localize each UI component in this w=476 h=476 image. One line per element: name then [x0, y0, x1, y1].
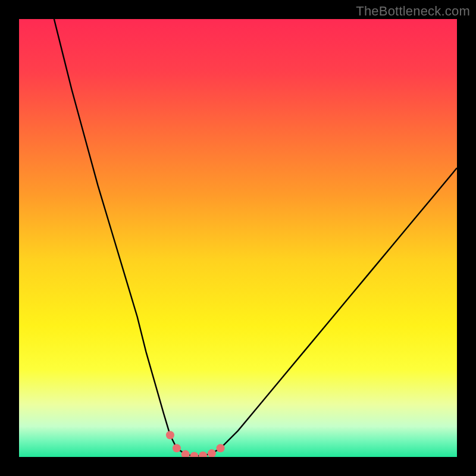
marker-dot: [173, 444, 181, 452]
curve-layer: [19, 19, 457, 457]
marker-dot: [166, 431, 174, 439]
watermark-text: TheBottleneck.com: [356, 4, 470, 19]
marker-dot: [217, 444, 225, 452]
marker-dot: [208, 449, 216, 457]
bottleneck-curve: [54, 19, 457, 456]
marker-dot: [181, 450, 190, 457]
plot-area: [19, 19, 457, 457]
chart-frame: TheBottleneck.com: [0, 0, 476, 476]
marker-dot: [199, 452, 207, 457]
marker-dot: [190, 452, 198, 457]
